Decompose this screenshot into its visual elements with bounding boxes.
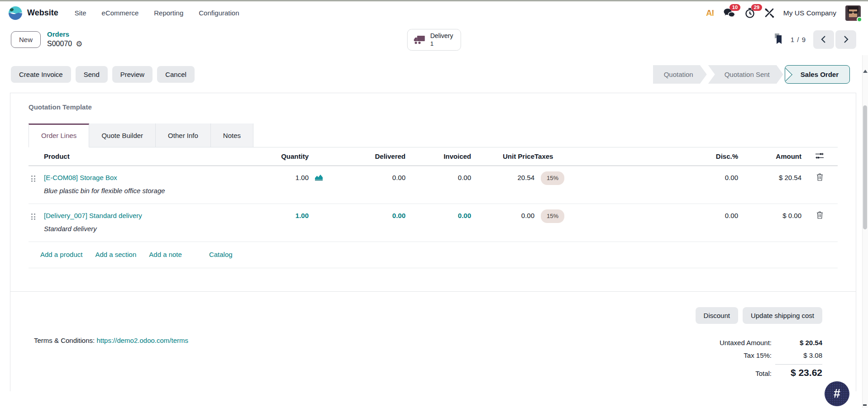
add-a-note-link[interactable]: Add a note <box>149 251 182 258</box>
table-row[interactable]: [Delivery_007] Standard delivery Standar… <box>29 204 838 242</box>
cell-unit-price[interactable]: 0.00 <box>471 211 534 220</box>
notebook-tabs: Order Lines Quote Builder Other Info Not… <box>29 123 838 147</box>
header-amount[interactable]: Amount <box>738 147 801 165</box>
header-quantity[interactable]: Quantity <box>250 147 309 165</box>
menu-site[interactable]: Site <box>75 9 86 17</box>
tools-icon[interactable] <box>764 8 774 18</box>
drag-handle-icon[interactable] <box>31 176 35 182</box>
delivery-smart-button[interactable]: Delivery 1 <box>407 29 461 51</box>
cell-discount[interactable]: 0.00 <box>627 173 738 182</box>
terms-and-conditions: Terms & Conditions: https://demo2.odoo.c… <box>29 337 188 380</box>
header-taxes[interactable]: Taxes <box>534 147 627 165</box>
scrollbar-up-arrow[interactable] <box>863 70 868 73</box>
update-shipping-cost-button[interactable]: Update shipping cost <box>743 307 822 324</box>
delete-row-button[interactable] <box>816 211 823 220</box>
form-statusbar: Create Invoice Send Preview Cancel Quota… <box>0 54 868 91</box>
cell-quantity[interactable]: 1.00 <box>250 211 309 220</box>
tax-label: Tax 15%: <box>744 349 772 362</box>
header-invoiced[interactable]: Invoiced <box>405 147 471 165</box>
stage-sales-order[interactable]: Sales Order <box>785 65 850 84</box>
tab-other-info[interactable]: Other Info <box>156 123 211 147</box>
website-app-logo-icon[interactable] <box>8 6 23 20</box>
table-header-row: Product Quantity Delivered Invoiced Unit… <box>29 147 838 166</box>
stage-pipeline: Quotation Quotation Sent Sales Order <box>653 65 850 84</box>
user-avatar[interactable] <box>845 5 861 21</box>
drag-handle-icon[interactable] <box>31 213 35 220</box>
menu-ecommerce[interactable]: eCommerce <box>102 9 139 17</box>
header-disc[interactable]: Disc.% <box>627 147 738 165</box>
stage-quotation-sent[interactable]: Quotation Sent <box>708 65 783 84</box>
catalog-link[interactable]: Catalog <box>209 251 233 258</box>
bookmark-icon[interactable] <box>773 33 783 46</box>
activities-icon[interactable]: 29 <box>744 8 755 19</box>
product-description[interactable]: Blue plastic bin for flexible office sto… <box>44 186 250 195</box>
cell-amount: $ 0.00 <box>738 211 801 220</box>
tab-quote-builder[interactable]: Quote Builder <box>89 123 156 147</box>
product-link[interactable]: [Delivery_007] Standard delivery <box>44 211 250 220</box>
tax-value: $ 3.08 <box>772 349 822 362</box>
wrench-screwdriver-icon <box>764 8 774 18</box>
gear-icon[interactable]: ⚙ <box>76 40 82 48</box>
menu-reporting[interactable]: Reporting <box>154 9 183 17</box>
cancel-button[interactable]: Cancel <box>157 66 195 83</box>
header-delivered[interactable]: Delivered <box>329 147 405 165</box>
cell-invoiced[interactable]: 0.00 <box>405 211 471 220</box>
form-sheet: Quotation Template Order Lines Quote Bui… <box>10 93 856 391</box>
cell-discount[interactable]: 0.00 <box>627 211 738 220</box>
new-button[interactable]: New <box>11 31 41 48</box>
online-status-dot <box>857 17 862 22</box>
control-panel: New Orders S00070 ⚙ Delivery 1 1 / 9 <box>0 24 868 54</box>
pager-value: 1 / 9 <box>791 36 806 43</box>
preview-button[interactable]: Preview <box>112 66 153 83</box>
tax-tag[interactable]: 15% <box>541 209 564 223</box>
cell-delivered[interactable]: 0.00 <box>329 211 405 220</box>
pager-previous-button[interactable] <box>813 30 834 49</box>
top-menu: Site eCommerce Reporting Configuration <box>75 9 239 17</box>
terms-link[interactable]: https://demo2.odoo.com/terms <box>96 337 188 344</box>
cell-delivered[interactable]: 0.00 <box>329 173 405 182</box>
total-value: $ 23.62 <box>772 366 822 379</box>
hashtag-floating-button[interactable]: # <box>825 381 849 406</box>
create-invoice-button[interactable]: Create Invoice <box>11 66 71 83</box>
table-row[interactable]: [E-COM08] Storage Box Blue plastic bin f… <box>29 166 838 204</box>
product-link[interactable]: [E-COM08] Storage Box <box>44 173 250 182</box>
quotation-template-label[interactable]: Quotation Template <box>29 103 838 111</box>
add-a-product-link[interactable]: Add a product <box>40 251 82 258</box>
product-description[interactable]: Standard delivery <box>44 224 250 233</box>
scrollbar-down-arrow[interactable] <box>863 404 867 406</box>
header-unit-price[interactable]: Unit Price <box>471 147 534 165</box>
untaxed-amount-value: $ 20.54 <box>772 337 822 349</box>
scrollbar-thumb[interactable] <box>863 105 867 229</box>
cell-amount: $ 20.54 <box>738 173 801 182</box>
add-a-section-link[interactable]: Add a section <box>95 251 136 258</box>
main-navbar: Website Site eCommerce Reporting Configu… <box>0 1 868 24</box>
delivery-count: 1 <box>430 40 453 47</box>
messages-icon[interactable]: 10 <box>723 8 735 19</box>
header-product[interactable]: Product <box>44 147 250 165</box>
company-switcher[interactable]: My US Company <box>783 9 836 17</box>
breadcrumb-current-record: S00070 <box>47 39 72 49</box>
tab-notes[interactable]: Notes <box>211 123 253 147</box>
send-button[interactable]: Send <box>76 66 108 83</box>
section-divider <box>10 268 856 292</box>
stage-quotation[interactable]: Quotation <box>653 65 707 84</box>
order-totals: Untaxed Amount: $ 20.54 Tax 15%: $ 3.08 … <box>720 337 822 380</box>
order-lines-table: Product Quantity Delivered Invoiced Unit… <box>29 147 838 268</box>
discount-button[interactable]: Discount <box>696 307 738 324</box>
menu-configuration[interactable]: Configuration <box>199 9 239 17</box>
tab-order-lines[interactable]: Order Lines <box>29 123 89 147</box>
breadcrumb-orders-link[interactable]: Orders <box>47 30 82 39</box>
trash-icon <box>816 173 823 181</box>
cell-quantity[interactable]: 1.00 <box>250 173 309 182</box>
ai-icon[interactable]: AI <box>706 8 714 18</box>
cell-unit-price[interactable]: 20.54 <box>471 173 534 182</box>
tax-tag[interactable]: 15% <box>541 171 564 185</box>
delivery-label: Delivery <box>430 32 453 40</box>
delete-row-button[interactable] <box>816 173 823 182</box>
terms-label: Terms & Conditions: <box>34 337 95 344</box>
app-name[interactable]: Website <box>27 8 58 18</box>
optional-columns-icon[interactable] <box>801 147 838 166</box>
cell-invoiced[interactable]: 0.00 <box>405 173 471 182</box>
forecast-chart-icon[interactable] <box>309 174 329 183</box>
pager-next-button[interactable] <box>835 30 856 49</box>
